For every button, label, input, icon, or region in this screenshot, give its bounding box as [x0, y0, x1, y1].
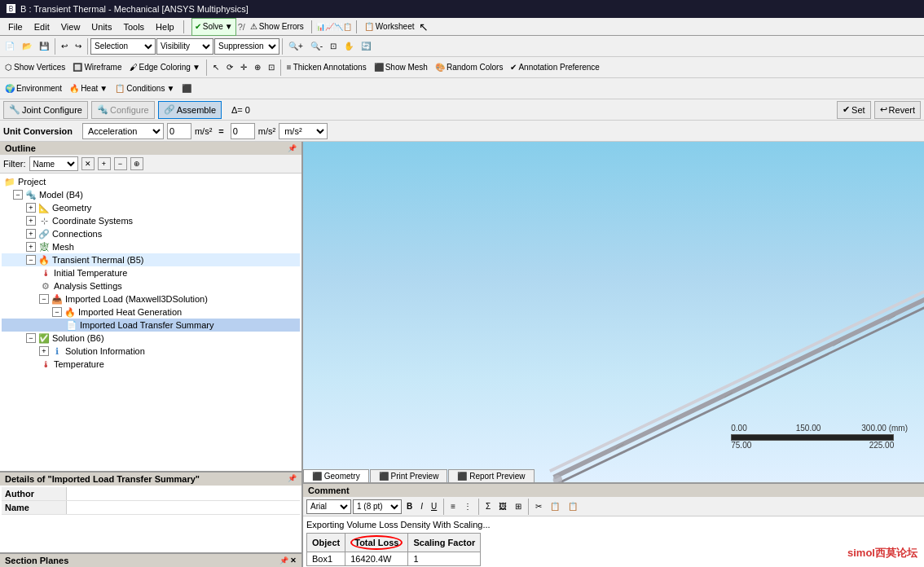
- annotation-pref-btn[interactable]: ✔ Annotation Preference: [507, 59, 603, 77]
- conditions-btn[interactable]: 📋 Conditions ▼: [112, 80, 178, 98]
- tree-item-importsum[interactable]: 📄 Imported Load Transfer Summary: [2, 319, 300, 332]
- tree-item-connections[interactable]: + 🔗 Connections: [2, 227, 300, 240]
- transient-expand[interactable]: −: [26, 255, 36, 265]
- filter-expand-btn[interactable]: +: [98, 157, 111, 170]
- imported-expand[interactable]: −: [39, 294, 49, 304]
- menu-file[interactable]: File: [3, 20, 28, 33]
- tree-item-mesh[interactable]: + 🕸 Mesh: [2, 240, 300, 253]
- geometry-expand[interactable]: +: [26, 203, 36, 213]
- menu-view[interactable]: View: [56, 20, 86, 33]
- zoom-out-button[interactable]: 🔍-: [307, 37, 326, 55]
- tree-item-project[interactable]: 📁 Project: [2, 175, 300, 188]
- assemble-btn[interactable]: 🔗 Assemble: [158, 101, 222, 119]
- tree-item-coordsys[interactable]: + ⊹ Coordinate Systems: [2, 214, 300, 227]
- open-button[interactable]: 📂: [19, 37, 35, 55]
- show-vertices-button[interactable]: ⬡ Show Vertices: [2, 59, 68, 77]
- geometry-tab[interactable]: ⬛ Geometry: [303, 469, 369, 482]
- zoom-fit-button[interactable]: ⊡: [327, 37, 340, 55]
- author-value[interactable]: [67, 487, 300, 500]
- unit2-select[interactable]: m/s²: [279, 123, 328, 139]
- font-family-select[interactable]: Arial: [306, 499, 351, 514]
- connections-expand[interactable]: +: [26, 229, 36, 239]
- redo-button[interactable]: ↪: [72, 37, 85, 55]
- filter-clear-btn[interactable]: ✕: [81, 157, 95, 170]
- filter-add-btn[interactable]: ⊕: [130, 157, 143, 170]
- tree-item-solution[interactable]: − ✅ Solution (B6): [2, 332, 300, 345]
- edge-coloring-button[interactable]: 🖌 Edge Coloring ▼: [126, 59, 204, 77]
- rotate-view-btn[interactable]: ⟳: [223, 59, 236, 77]
- pan-button[interactable]: ✋: [341, 37, 357, 55]
- solution-expand[interactable]: −: [26, 333, 36, 343]
- model-expand[interactable]: −: [13, 190, 23, 200]
- environment-btn[interactable]: 🌍 Environment: [2, 80, 65, 98]
- report-preview-tab[interactable]: ⬛ Report Preview: [448, 469, 534, 482]
- selection-dropdown[interactable]: Selection: [90, 38, 156, 55]
- font-size-select[interactable]: 1 (8 pt): [353, 499, 402, 514]
- show-errors-button[interactable]: ⚠ Show Errors: [247, 18, 307, 36]
- solutioninfo-expand[interactable]: +: [39, 346, 49, 356]
- solve-button[interactable]: ✔ Solve ▼: [191, 18, 236, 36]
- zoom-view-btn[interactable]: ⊕: [251, 59, 264, 77]
- new-button[interactable]: 📄: [2, 37, 18, 55]
- unit-value2-input[interactable]: [231, 123, 255, 139]
- fit-btn[interactable]: ⊡: [265, 59, 278, 77]
- tree-item-imported[interactable]: − 📥 Imported Load (Maxwell3DSolution): [2, 292, 300, 305]
- pan-view-btn[interactable]: ✛: [237, 59, 250, 77]
- joint-configure-btn[interactable]: 🔧 Joint Configure: [3, 101, 88, 119]
- suppression-dropdown[interactable]: Suppression: [214, 38, 279, 55]
- tree-item-transient[interactable]: − 🔥 Transient Thermal (B5): [2, 253, 300, 266]
- worksheet-button[interactable]: 📋 Worksheet: [361, 18, 418, 36]
- italic-btn[interactable]: I: [417, 499, 426, 515]
- outline-pin-icon[interactable]: 📌: [288, 144, 297, 152]
- menu-edit[interactable]: Edit: [29, 20, 55, 33]
- context-btn[interactable]: ⬛: [178, 80, 195, 98]
- list-btn[interactable]: ≡: [447, 499, 459, 515]
- insert-table-btn[interactable]: ⊞: [512, 499, 525, 515]
- underline-btn[interactable]: U: [428, 499, 440, 515]
- details-pin-icon[interactable]: 📌: [288, 474, 297, 484]
- tree-item-solutioninfo[interactable]: + ℹ Solution Information: [2, 345, 300, 358]
- num-list-btn[interactable]: ⋮: [460, 499, 475, 515]
- show-mesh-btn[interactable]: ⬛ Show Mesh: [371, 59, 431, 77]
- filter-select[interactable]: Name: [29, 156, 78, 171]
- tree-item-temperature[interactable]: 🌡 Temperature: [2, 358, 300, 371]
- menu-help[interactable]: Help: [151, 20, 179, 33]
- visibility-dropdown[interactable]: Visibility: [156, 38, 213, 55]
- tree-item-initial[interactable]: 🌡 Initial Temperature: [2, 266, 300, 279]
- copy-btn[interactable]: 📋: [547, 499, 563, 515]
- coordsys-expand[interactable]: +: [26, 216, 36, 226]
- cursor-mode-btn[interactable]: ↖: [209, 59, 222, 77]
- unit-type-select[interactable]: Acceleration: [82, 123, 164, 139]
- tree-item-model[interactable]: − 🔩 Model (B4): [2, 188, 300, 201]
- tree-item-geometry[interactable]: + 📐 Geometry: [2, 201, 300, 214]
- undo-button[interactable]: ↩: [58, 37, 71, 55]
- unit-value1-input[interactable]: [167, 123, 191, 139]
- thicken-annotations-btn[interactable]: ≡ Thicken Annotations: [284, 59, 370, 77]
- section-close-icon[interactable]: ✕: [290, 556, 297, 565]
- name-value[interactable]: [67, 501, 300, 514]
- bold-btn[interactable]: B: [403, 499, 416, 515]
- tree-item-analysis[interactable]: ⚙ Analysis Settings: [2, 279, 300, 292]
- section-pin-icon[interactable]: 📌: [279, 556, 288, 565]
- menu-tools[interactable]: Tools: [118, 20, 149, 33]
- viewport[interactable]: 0.00 150.00 300.00 (mm) 75.00 225.00 ⬛ G…: [303, 142, 924, 482]
- heat-btn[interactable]: 🔥 Heat ▼: [66, 80, 111, 98]
- insert-eq-btn[interactable]: Σ: [482, 499, 494, 515]
- tree-item-importheat[interactable]: − 🔥 Imported Heat Generation: [2, 305, 300, 319]
- paste-btn[interactable]: 📋: [565, 499, 581, 515]
- configure-btn[interactable]: 🔩 Configure: [91, 101, 155, 119]
- importheat-expand[interactable]: −: [52, 307, 62, 317]
- rotate-button[interactable]: 🔄: [358, 37, 374, 55]
- wireframe-button[interactable]: 🔲 Wireframe: [69, 59, 125, 77]
- menu-units[interactable]: Units: [86, 20, 117, 33]
- insert-img-btn[interactable]: 🖼: [495, 499, 510, 515]
- revert-btn[interactable]: ↩ Revert: [874, 101, 921, 119]
- zoom-in-button[interactable]: 🔍+: [285, 37, 306, 55]
- random-colors-btn[interactable]: 🎨 Random Colors: [432, 59, 506, 77]
- print-preview-tab[interactable]: ⬛ Print Preview: [370, 469, 448, 482]
- set-btn[interactable]: ✔ Set: [837, 101, 871, 119]
- mesh-expand[interactable]: +: [26, 242, 36, 252]
- filter-collapse-btn[interactable]: −: [114, 157, 127, 170]
- cut-btn[interactable]: ✂: [532, 499, 545, 515]
- save-button[interactable]: 💾: [36, 37, 52, 55]
